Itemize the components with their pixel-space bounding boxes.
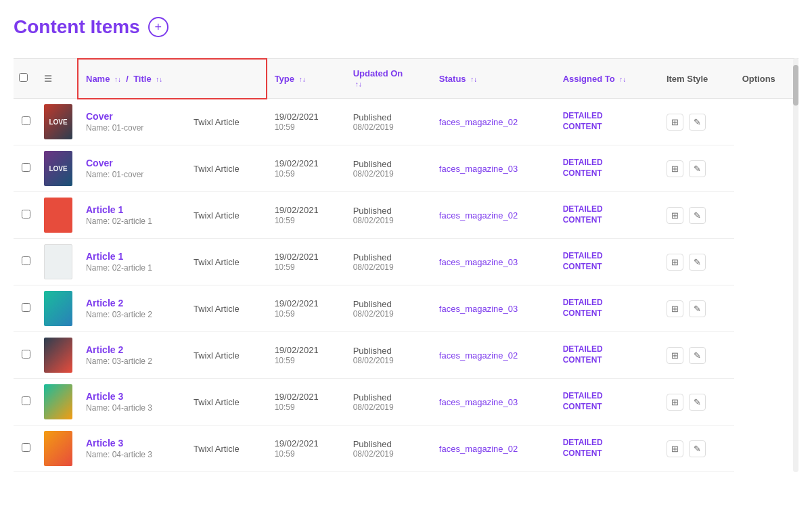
status-date: 08/02/2019 [353, 356, 423, 365]
type-cell: Twixl Article [185, 285, 267, 332]
item-name-link[interactable]: Article 3 [86, 391, 177, 402]
item-style-cell: DETAILEDCONTENT [555, 285, 658, 332]
status-cell: Published 08/02/2019 [345, 145, 431, 192]
type-cell: Twixl Article [185, 426, 267, 472]
select-all-checkbox-header[interactable] [14, 59, 39, 99]
status-date: 08/02/2019 [353, 262, 423, 272]
row-checkbox[interactable] [22, 396, 30, 405]
name-cell: Article 1 Name: 02-article 1 [78, 192, 185, 239]
edit-button[interactable]: ✎ [689, 394, 706, 411]
row-checkbox[interactable] [22, 116, 30, 125]
row-checkbox[interactable] [22, 350, 30, 359]
row-checkbox[interactable] [22, 443, 30, 452]
type-cell: Twixl Article [185, 192, 267, 239]
row-checkbox-cell[interactable] [14, 426, 39, 472]
row-checkbox-cell[interactable] [14, 379, 39, 426]
item-name-link[interactable]: Article 1 [86, 204, 177, 215]
status-published: Published [353, 112, 423, 122]
filter-icon-header[interactable]: ☰ [39, 59, 78, 99]
item-style-cell: DETAILEDCONTENT [555, 239, 658, 285]
grid-view-button[interactable]: ⊞ [667, 254, 683, 271]
type-header[interactable]: Type ↑↓ [267, 59, 345, 99]
name-sort-icon[interactable]: ↑↓ [114, 76, 121, 83]
edit-button[interactable]: ✎ [689, 300, 706, 317]
name-cell: Article 1 Name: 02-article 1 [78, 239, 185, 285]
name-col-label: Name [86, 74, 110, 84]
edit-button[interactable]: ✎ [689, 347, 706, 364]
thumbnail-cell [39, 332, 78, 379]
item-name-link[interactable]: Cover [86, 111, 177, 122]
row-checkbox[interactable] [22, 210, 30, 218]
select-all-checkbox[interactable] [19, 73, 28, 82]
row-checkbox-cell[interactable] [14, 285, 39, 332]
table-row: Article 1 Name: 02-article 1 Twixl Artic… [14, 239, 798, 285]
status-sort-icon[interactable]: ↑↓ [470, 76, 477, 83]
grid-view-button[interactable]: ⊞ [667, 207, 683, 224]
item-name-link[interactable]: Article 3 [86, 438, 177, 448]
scrollbar-track[interactable] [793, 58, 798, 472]
status-header[interactable]: Status ↑↓ [431, 59, 555, 99]
edit-button[interactable]: ✎ [689, 160, 706, 177]
type-cell: Twixl Article [185, 379, 267, 426]
title-sort-icon[interactable]: ↑↓ [156, 76, 162, 83]
row-checkbox[interactable] [22, 163, 30, 172]
assigned-to-cell: faces_magazine_03 [431, 239, 555, 285]
page-container: Content Items + ☰ Name ↑↓ / Title [0, 0, 812, 488]
row-checkbox-cell[interactable] [14, 99, 39, 145]
status-published: Published [353, 159, 423, 169]
item-name-link[interactable]: Article 2 [86, 344, 177, 355]
item-name-sub: Name: 04-article 3 [86, 450, 177, 459]
scrollbar-thumb[interactable] [793, 65, 798, 106]
edit-button[interactable]: ✎ [689, 254, 706, 271]
edit-button[interactable]: ✎ [689, 207, 706, 224]
assigned-sort-icon[interactable]: ↑↓ [619, 76, 626, 83]
options-cell: ⊞ ✎ [658, 426, 734, 472]
table-row: LOVE Cover Name: 01-cover Twixl Article … [14, 99, 798, 145]
updated-on-cell: 19/02/2021 10:59 [267, 285, 345, 332]
row-checkbox-cell[interactable] [14, 145, 39, 192]
item-name-link[interactable]: Article 2 [86, 298, 177, 308]
type-sort-icon[interactable]: ↑↓ [299, 76, 306, 83]
status-date: 08/02/2019 [353, 122, 423, 132]
item-name-sub: Name: 01-cover [86, 123, 177, 133]
row-checkbox[interactable] [22, 303, 30, 312]
edit-button[interactable]: ✎ [689, 114, 706, 131]
item-name-link[interactable]: Cover [86, 158, 177, 168]
content-items-table: ☰ Name ↑↓ / Title ↑↓ Type ↑↓ Updated [14, 58, 798, 472]
status-published: Published [353, 206, 423, 216]
name-cell: Article 3 Name: 04-article 3 [78, 379, 185, 426]
row-checkbox-cell[interactable] [14, 192, 39, 239]
thumbnail [44, 384, 72, 419]
grid-view-button[interactable]: ⊞ [667, 114, 683, 131]
status-published: Published [353, 252, 423, 262]
options-cell: ⊞ ✎ [658, 332, 734, 379]
updated-on-header[interactable]: Updated On ↑↓ [345, 59, 431, 99]
item-name-sub: Name: 02-article 1 [86, 263, 177, 273]
thumbnail [44, 338, 72, 373]
options-cell: ⊞ ✎ [658, 239, 734, 285]
content-items-table-wrapper: ☰ Name ↑↓ / Title ↑↓ Type ↑↓ Updated [14, 58, 798, 472]
status-cell: Published 08/02/2019 [345, 426, 431, 472]
grid-view-button[interactable]: ⊞ [667, 394, 683, 411]
grid-view-button[interactable]: ⊞ [667, 440, 683, 457]
status-date: 08/02/2019 [353, 216, 423, 225]
assigned-to-header[interactable]: Assigned To ↑↓ [555, 59, 658, 99]
edit-button[interactable]: ✎ [689, 440, 706, 457]
updated-sort-icon[interactable]: ↑↓ [355, 80, 362, 88]
name-cell: Cover Name: 01-cover [78, 145, 185, 192]
add-content-item-button[interactable]: + [148, 17, 168, 37]
row-checkbox[interactable] [22, 256, 30, 265]
name-title-header[interactable]: Name ↑↓ / Title ↑↓ [78, 59, 267, 99]
thumbnail [44, 198, 72, 233]
grid-view-button[interactable]: ⊞ [667, 347, 683, 364]
filter-icon: ☰ [44, 74, 52, 84]
item-style-cell: DETAILEDCONTENT [555, 332, 658, 379]
grid-view-button[interactable]: ⊞ [667, 300, 683, 317]
item-name-link[interactable]: Article 1 [86, 251, 177, 262]
table-row: Article 3 Name: 04-article 3 Twixl Artic… [14, 379, 798, 426]
row-checkbox-cell[interactable] [14, 239, 39, 285]
status-date: 08/02/2019 [353, 309, 423, 319]
thumbnail-cell [39, 239, 78, 285]
row-checkbox-cell[interactable] [14, 332, 39, 379]
grid-view-button[interactable]: ⊞ [667, 160, 683, 177]
